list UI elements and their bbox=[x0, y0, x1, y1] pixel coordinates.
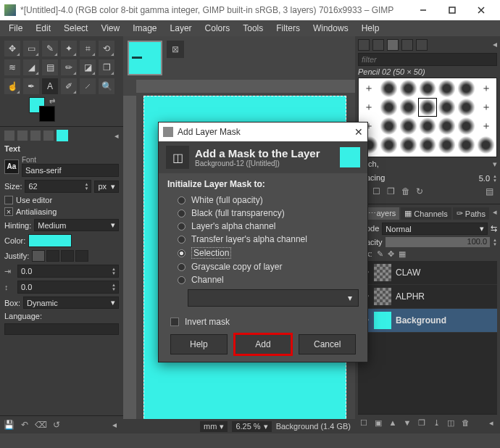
tool-zoom[interactable]: 🔍 bbox=[99, 78, 114, 94]
layer-row[interactable]: 👁 Background bbox=[358, 309, 497, 333]
mode-select[interactable]: Normal▾ bbox=[382, 223, 488, 235]
radio-grayscale[interactable]: Grayscale copy of layer bbox=[167, 260, 359, 273]
menu-windows[interactable]: Windows bbox=[307, 22, 354, 35]
menu-file[interactable]: File bbox=[3, 22, 28, 35]
font-aa-icon[interactable]: Aa bbox=[4, 159, 19, 174]
menu-filters[interactable]: Filters bbox=[270, 22, 306, 35]
del-brush-icon[interactable]: 🗑 bbox=[401, 186, 413, 198]
radio-alpha[interactable]: Layer's alpha channel bbox=[167, 220, 359, 233]
tool-fuzzy[interactable]: ✦ bbox=[61, 41, 77, 57]
spacing-value[interactable]: 5.0 bbox=[388, 174, 490, 183]
tool-smudge[interactable]: ☝ bbox=[4, 78, 20, 94]
layer-row[interactable]: 👁 CLAW bbox=[358, 261, 497, 285]
tool-text[interactable]: A bbox=[42, 78, 58, 94]
tool-clone[interactable]: ❐ bbox=[99, 59, 114, 75]
tool-bucket[interactable]: ◢ bbox=[23, 59, 39, 75]
new-layer-icon[interactable]: ☐ bbox=[358, 417, 370, 428]
tool-pencil[interactable]: ✏ bbox=[61, 59, 77, 75]
merge-layer-icon[interactable]: ⤓ bbox=[430, 417, 442, 428]
size-input[interactable]: 62▲▼ bbox=[25, 180, 91, 193]
tool-transform[interactable]: ⟲ bbox=[99, 41, 114, 57]
reset-options-icon[interactable]: ↺ bbox=[51, 419, 62, 431]
language-input[interactable] bbox=[4, 323, 119, 335]
layers-menu-icon[interactable]: ◂ bbox=[493, 207, 497, 220]
mode-switch-icon[interactable]: ⇆ bbox=[491, 224, 497, 233]
menu-edit[interactable]: Edit bbox=[30, 22, 57, 35]
line-spacing-input[interactable]: 0.0▲▼ bbox=[17, 281, 119, 294]
layer-name[interactable]: CLAW bbox=[396, 267, 420, 278]
justify-fill[interactable] bbox=[75, 250, 88, 262]
invert-mask-check[interactable] bbox=[170, 318, 179, 326]
layer-name[interactable]: ALPHR bbox=[396, 291, 425, 302]
layer-name[interactable]: Background bbox=[396, 315, 446, 325]
lower-layer-icon[interactable]: ▼ bbox=[401, 417, 413, 428]
refresh-brush-icon[interactable]: ↻ bbox=[416, 186, 428, 198]
use-editor-check[interactable] bbox=[4, 196, 13, 204]
image-tab-close[interactable]: ⊠ bbox=[167, 41, 184, 58]
tab-paths[interactable]: ✑ Paths bbox=[453, 207, 489, 220]
layer-group-icon[interactable]: ▣ bbox=[372, 417, 384, 428]
image-tab-thumb[interactable] bbox=[128, 41, 162, 75]
radio-white[interactable]: White (full opacity) bbox=[167, 194, 359, 207]
tool-gradient[interactable]: ▤ bbox=[42, 59, 58, 75]
justify-right[interactable] bbox=[46, 250, 59, 262]
channel-select[interactable]: ▾ bbox=[188, 289, 359, 307]
justify-left[interactable] bbox=[32, 250, 45, 262]
restore-options-icon[interactable]: ↶ bbox=[19, 419, 30, 431]
lock-pixels-icon[interactable]: ✎ bbox=[377, 249, 383, 259]
options-menu-arrow-icon[interactable]: ◂ bbox=[109, 419, 120, 431]
text-color-swatch[interactable] bbox=[28, 234, 72, 247]
size-unit-select[interactable]: px▾ bbox=[94, 181, 119, 193]
tool-warp[interactable]: ≋ bbox=[4, 59, 20, 75]
new-brush-icon[interactable]: ☐ bbox=[372, 186, 384, 198]
dialog-titlebar[interactable]: Add Layer Mask ✕ bbox=[159, 123, 367, 141]
options-tab-icon-4[interactable] bbox=[43, 130, 54, 141]
options-tab-icon[interactable] bbox=[4, 130, 14, 141]
brush-grid[interactable]: ＋＋ ＋＋ ＋＋ bbox=[358, 78, 497, 157]
menu-image[interactable]: Image bbox=[127, 22, 162, 35]
open-brush-icon[interactable]: ▤ bbox=[486, 186, 497, 198]
tool-picker[interactable]: ✐ bbox=[61, 78, 77, 94]
justify-center[interactable] bbox=[61, 250, 74, 262]
tool-crop[interactable]: ⌗ bbox=[80, 41, 96, 57]
antialias-check[interactable] bbox=[4, 207, 13, 216]
gradients-tab-icon[interactable] bbox=[416, 39, 428, 51]
options-menu-icon[interactable]: ◂ bbox=[114, 131, 119, 141]
options-tab-icon-3[interactable] bbox=[30, 130, 41, 141]
brush-filter-input[interactable] bbox=[358, 53, 497, 66]
brushes-tab-icon[interactable] bbox=[358, 39, 370, 51]
cancel-button[interactable]: Cancel bbox=[299, 334, 356, 354]
menu-colors[interactable]: Colors bbox=[199, 22, 236, 35]
radio-black[interactable]: Black (full transparency) bbox=[167, 207, 359, 220]
tool-select-free[interactable]: ✎ bbox=[42, 41, 58, 57]
menu-layer[interactable]: Layer bbox=[164, 22, 198, 35]
box-select[interactable]: Dynamic▾ bbox=[23, 296, 119, 309]
add-button[interactable]: Add bbox=[235, 334, 292, 354]
help-button[interactable]: Help bbox=[170, 334, 228, 354]
hinting-select[interactable]: Medium▾ bbox=[34, 219, 119, 231]
menu-select[interactable]: Select bbox=[58, 22, 93, 35]
patterns-tab-icon[interactable] bbox=[372, 39, 384, 51]
radio-channel[interactable]: Channel bbox=[167, 273, 359, 286]
delete-layer-icon[interactable]: 🗑 bbox=[459, 417, 471, 428]
history-tab-icon[interactable] bbox=[401, 39, 413, 51]
radio-selection[interactable]: Selection bbox=[167, 246, 359, 260]
maximize-button[interactable] bbox=[438, 0, 467, 20]
menu-help[interactable]: Help bbox=[356, 22, 386, 35]
radio-transfer-alpha[interactable]: Transfer layer's alpha channel bbox=[167, 233, 359, 246]
save-options-icon[interactable]: 💾 bbox=[3, 419, 14, 431]
zoom-select[interactable]: 6.25 % ▾ bbox=[232, 421, 271, 432]
dup-brush-icon[interactable]: ❐ bbox=[387, 186, 399, 198]
layer-menu-arrow-icon[interactable]: ◂ bbox=[486, 417, 497, 428]
hatch-menu-icon[interactable]: ▾ bbox=[493, 159, 497, 169]
menu-view[interactable]: View bbox=[95, 22, 125, 35]
lock-position-icon[interactable]: ✥ bbox=[388, 249, 394, 259]
dup-layer-icon[interactable]: ❐ bbox=[416, 417, 428, 428]
tool-move[interactable]: ✥ bbox=[4, 41, 20, 57]
delete-options-icon[interactable]: ⌫ bbox=[35, 419, 46, 431]
opacity-slider[interactable]: 100.0 bbox=[386, 237, 490, 247]
menu-tools[interactable]: Tools bbox=[237, 22, 269, 35]
brush-menu-icon[interactable]: ◂ bbox=[493, 39, 497, 51]
tab-channels[interactable]: ▦ Channels bbox=[401, 207, 451, 220]
tool-select-rect[interactable]: ▭ bbox=[23, 41, 39, 57]
